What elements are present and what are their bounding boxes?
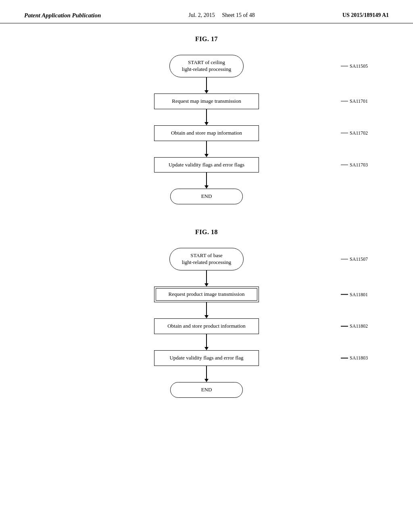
fc17-step1703-shape: Update validity flags and error flags bbox=[154, 157, 259, 173]
fc18-arrow-line-4 bbox=[206, 366, 207, 379]
fc18-arrow-head-3 bbox=[204, 347, 209, 350]
fc18-arrow-head-1 bbox=[204, 283, 209, 287]
fc18-step1801-shape: Request product image transmission bbox=[154, 287, 259, 302]
page-header: Patent Application Publication Jul. 2, 2… bbox=[0, 0, 413, 23]
fc17-step1701-label: SA11701 bbox=[341, 98, 368, 104]
fc18-start-row: START of baselight-related processing SA… bbox=[86, 248, 327, 270]
fc18-step1802-label: SA11802 bbox=[341, 323, 368, 329]
fc17-step1702-label: SA11702 bbox=[341, 130, 368, 136]
fc18-arrow-head-2 bbox=[204, 315, 209, 318]
fc17-step1701-row: Request map image transmission SA11701 bbox=[86, 94, 327, 109]
sheet-info: Sheet 15 of 48 bbox=[222, 12, 254, 18]
fc18-start-shape: START of baselight-related processing bbox=[169, 248, 244, 270]
fc17-end-row: END bbox=[86, 189, 327, 204]
patent-number: US 2015/189149 A1 bbox=[342, 12, 389, 19]
fc17-arrow-head-2 bbox=[204, 122, 209, 125]
fc18-step1801-label: SA11801 bbox=[341, 291, 368, 297]
fc18-start-label: SA11507 bbox=[341, 256, 368, 262]
fc18-end-row: END bbox=[86, 382, 327, 398]
fc18-step1802-shape: Obtain and store product information bbox=[154, 318, 259, 334]
figure-18-title: FIG. 18 bbox=[195, 229, 218, 236]
fc17-step1703-row: Update validity flags and error flags SA… bbox=[86, 157, 327, 173]
fc18-arrow-line-2 bbox=[206, 302, 207, 315]
fc17-arrow-1 bbox=[86, 77, 327, 94]
fc18-arrow-1 bbox=[86, 270, 327, 287]
publication-label: Patent Application Publication bbox=[24, 12, 101, 19]
fc17-arrow-3 bbox=[86, 141, 327, 157]
fc18-step1803-shape: Update validity flags and error flag bbox=[154, 350, 259, 366]
fc18-arrow-4 bbox=[86, 366, 327, 382]
fc17-arrow-line-2 bbox=[206, 109, 207, 122]
fc18-arrow-head-4 bbox=[204, 379, 209, 382]
flowchart-18: START of baselight-related processing SA… bbox=[86, 248, 327, 397]
fc17-end-node: END bbox=[86, 189, 327, 204]
fc17-arrow-head-3 bbox=[204, 154, 209, 157]
fc17-step1701-shape: Request map image transmission bbox=[154, 94, 259, 109]
fc18-end-shape: END bbox=[170, 382, 243, 398]
fc18-step1802-node: Obtain and store product information SA1… bbox=[86, 318, 327, 334]
fc18-step1803-node: Update validity flags and error flag SA1… bbox=[86, 350, 327, 366]
fc18-arrow-3 bbox=[86, 334, 327, 350]
publication-date: Jul. 2, 2015 bbox=[189, 12, 215, 18]
fc18-step1803-label: SA11803 bbox=[341, 355, 368, 361]
fc17-step1701-node: Request map image transmission SA11701 bbox=[86, 94, 327, 109]
figure-17-title: FIG. 17 bbox=[195, 35, 218, 43]
fc17-arrow-head-1 bbox=[204, 90, 209, 94]
fc18-arrow-2 bbox=[86, 302, 327, 318]
flowchart-17: START of ceilinglight-related processing… bbox=[86, 55, 327, 204]
fc17-arrow-2 bbox=[86, 109, 327, 125]
fc17-start-label: SA11505 bbox=[341, 63, 368, 69]
fc18-step1801-row: Request product image transmission SA118… bbox=[86, 287, 327, 302]
page-content: FIG. 17 START of ceilinglight-related pr… bbox=[0, 23, 413, 434]
fc17-arrow-line-3 bbox=[206, 141, 207, 154]
fc17-end-shape: END bbox=[170, 189, 243, 204]
fc18-arrow-line-1 bbox=[206, 270, 207, 283]
fc17-step1703-label: SA11703 bbox=[341, 162, 368, 168]
fc18-step1803-row: Update validity flags and error flag SA1… bbox=[86, 350, 327, 366]
fc18-arrow-line-3 bbox=[206, 334, 207, 347]
fc17-start-shape: START of ceilinglight-related processing bbox=[169, 55, 244, 77]
fc17-step1702-node: Obtain and store map information SA11702 bbox=[86, 125, 327, 141]
fc17-start-node: START of ceilinglight-related processing… bbox=[86, 55, 327, 77]
fc18-step1801-node: Request product image transmission SA118… bbox=[86, 287, 327, 302]
header-center: Jul. 2, 2015 Sheet 15 of 48 bbox=[189, 12, 255, 19]
fc18-end-node: END bbox=[86, 382, 327, 398]
fc17-arrow-head-4 bbox=[204, 185, 209, 189]
fc18-step1802-row: Obtain and store product information SA1… bbox=[86, 318, 327, 334]
fc17-start-row: START of ceilinglight-related processing… bbox=[86, 55, 327, 77]
fc17-step1702-row: Obtain and store map information SA11702 bbox=[86, 125, 327, 141]
fc18-start-node: START of baselight-related processing SA… bbox=[86, 248, 327, 270]
fc17-arrow-line-4 bbox=[206, 172, 207, 185]
fc17-step1703-node: Update validity flags and error flags SA… bbox=[86, 157, 327, 173]
fc17-arrow-line-1 bbox=[206, 77, 207, 90]
fc17-arrow-4 bbox=[86, 172, 327, 189]
fc17-step1702-shape: Obtain and store map information bbox=[154, 125, 259, 141]
